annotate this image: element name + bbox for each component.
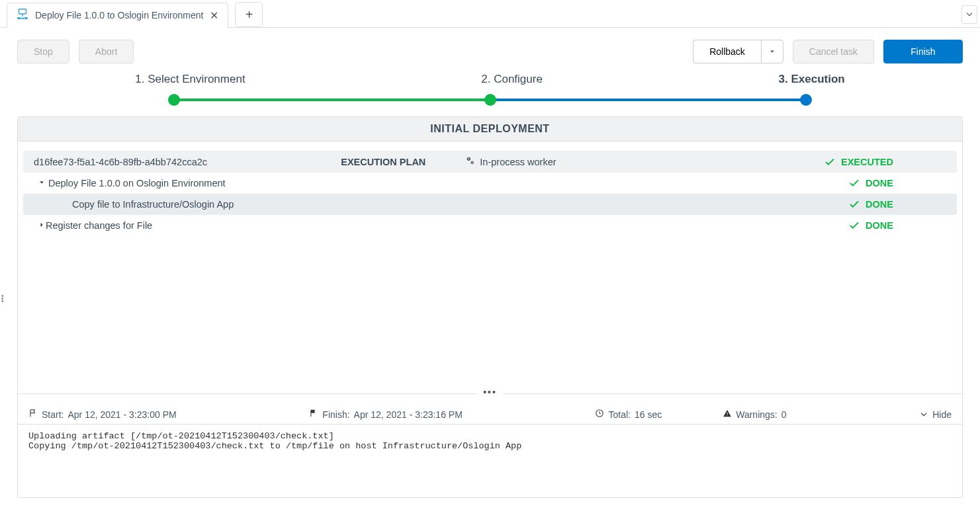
plan-area: d16fee73-f5a1-4c6b-89fb-a4bb742cca2c EXE… <box>18 142 962 393</box>
status-done: DONE <box>848 220 946 231</box>
svg-point-1 <box>18 17 19 19</box>
rollback-button[interactable]: Rollback <box>693 40 761 63</box>
flag-finish-icon <box>309 409 318 420</box>
rollback-dropdown[interactable] <box>761 40 783 63</box>
plan-row-label: Register changes for File <box>46 220 152 231</box>
check-icon <box>848 220 860 231</box>
stop-button: Stop <box>17 40 69 63</box>
meta-total: Total: 16 sec <box>595 409 662 420</box>
exec-plan-label: EXECUTION PLAN <box>341 157 425 167</box>
tab-label: Deploy File 1.0.0 to Oslogin Environment <box>35 10 203 20</box>
step-select-environment[interactable]: 1. Select Environment <box>135 73 245 86</box>
panel-title: INITIAL DEPLOYMENT <box>18 117 962 142</box>
worker-info: In-process worker <box>465 155 556 168</box>
plan-row-register[interactable]: Register changes for File DONE <box>23 215 957 236</box>
log-meta: Start: Apr 12, 2021 - 3:23:00 PM Finish:… <box>18 405 962 425</box>
meta-start: Start: Apr 12, 2021 - 3:23:00 PM <box>28 409 177 420</box>
abort-button: Abort <box>79 40 134 63</box>
chevron-down-icon <box>965 10 974 19</box>
finish-button[interactable]: Finish <box>883 40 963 63</box>
meta-warnings: Warnings: 0 <box>723 409 786 420</box>
step-dot-3 <box>800 94 812 106</box>
close-icon[interactable]: ✕ <box>208 9 220 22</box>
svg-point-8 <box>727 415 728 416</box>
cancel-task-button: Cancel task <box>793 40 874 63</box>
step-dot-2 <box>484 94 496 106</box>
svg-rect-0 <box>19 9 26 13</box>
status-done: DONE <box>848 177 946 189</box>
stepper-line <box>169 91 811 107</box>
plan-header-row: d16fee73-f5a1-4c6b-89fb-a4bb742cca2c EXE… <box>23 151 957 173</box>
plan-spacer <box>23 236 957 388</box>
gears-icon <box>465 155 476 168</box>
log-divider[interactable]: ••• <box>18 393 962 405</box>
tabs-overflow-button[interactable] <box>961 5 977 24</box>
warning-icon <box>723 409 732 420</box>
tabs-bar: Deploy File 1.0.0 to Oslogin Environment… <box>0 0 980 28</box>
status-executed: EXECUTED <box>824 156 946 168</box>
plan-row-copy-file[interactable]: Copy file to Infrastructure/Oslogin App … <box>23 194 957 215</box>
chevron-down-icon <box>919 410 928 419</box>
worker-label: In-process worker <box>480 157 556 167</box>
caret-down-icon <box>768 48 776 56</box>
plan-row-deploy[interactable]: Deploy File 1.0.0 on Oslogin Environment… <box>23 173 957 194</box>
step-execution[interactable]: 3. Execution <box>779 73 845 86</box>
plan-row-label: Copy file to Infrastructure/Oslogin App <box>72 199 234 210</box>
svg-point-2 <box>25 17 26 19</box>
check-icon <box>848 177 860 189</box>
toolbar: Stop Abort Rollback Cancel task Finish <box>17 40 963 63</box>
plan-id: d16fee73-f5a1-4c6b-89fb-a4bb742cca2c <box>34 157 207 167</box>
caret-down-icon[interactable] <box>38 178 48 188</box>
deployment-panel: INITIAL DEPLOYMENT d16fee73-f5a1-4c6b-89… <box>17 116 963 498</box>
add-tab-button[interactable]: + <box>235 2 263 27</box>
svg-point-6 <box>472 162 473 163</box>
caret-right-icon[interactable] <box>38 220 46 231</box>
plan-row-label: Deploy File 1.0.0 on Oslogin Environment <box>48 178 226 188</box>
check-icon <box>848 198 860 210</box>
flag-start-icon <box>28 409 38 420</box>
stepper: 1. Select Environment 2. Configure 3. Ex… <box>17 73 963 86</box>
side-panel-handle[interactable]: ••• <box>1 295 4 303</box>
step-dot-1 <box>168 94 180 106</box>
deploy-icon <box>15 7 30 24</box>
status-done: DONE <box>848 198 946 210</box>
rollback-button-group: Rollback <box>693 40 783 63</box>
meta-finish: Finish: Apr 12, 2021 - 3:23:16 PM <box>309 409 462 420</box>
hide-log-button[interactable]: Hide <box>919 409 952 420</box>
svg-point-5 <box>468 158 470 159</box>
drag-handle-icon[interactable]: ••• <box>476 387 504 397</box>
clock-icon <box>595 409 604 420</box>
tab-deploy[interactable]: Deploy File 1.0.0 to Oslogin Environment… <box>7 3 228 28</box>
log-output: Uploading artifact [/tmp/ot-20210412T152… <box>18 425 962 497</box>
check-icon <box>824 156 836 168</box>
step-configure[interactable]: 2. Configure <box>481 73 543 86</box>
content-area: Stop Abort Rollback Cancel task Finish 1… <box>0 28 980 498</box>
